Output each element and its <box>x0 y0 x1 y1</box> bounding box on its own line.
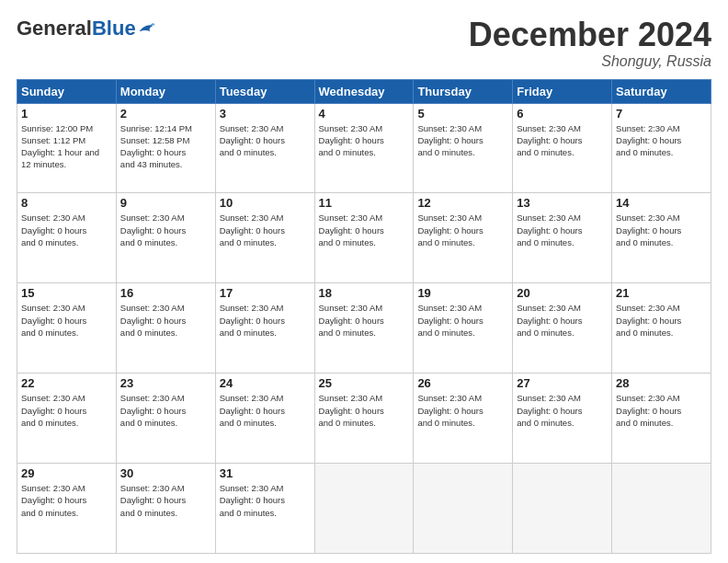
calendar-cell: 12Sunset: 2:30 AM Daylight: 0 hours and … <box>414 193 513 283</box>
day-info: Sunset: 2:30 AM Daylight: 0 hours and 0 … <box>517 302 608 339</box>
day-info: Sunset: 2:30 AM Daylight: 0 hours and 0 … <box>120 482 211 519</box>
logo-blue: Blue <box>92 17 136 40</box>
day-info: Sunset: 2:30 AM Daylight: 0 hours and 0 … <box>120 302 211 339</box>
calendar-cell: 24Sunset: 2:30 AM Daylight: 0 hours and … <box>215 373 314 464</box>
logo-text: GeneralBlue <box>17 17 156 40</box>
day-number: 17 <box>220 286 311 300</box>
day-info: Sunset: 2:30 AM Daylight: 0 hours and 0 … <box>417 302 508 339</box>
calendar-cell: 29Sunset: 2:30 AM Daylight: 0 hours and … <box>17 464 117 554</box>
calendar-cell: 1Sunrise: 12:00 PM Sunset: 1:12 PM Dayli… <box>17 103 117 193</box>
day-info: Sunset: 2:30 AM Daylight: 0 hours and 0 … <box>120 212 211 248</box>
day-info: Sunset: 2:30 AM Daylight: 0 hours and 0 … <box>517 392 608 429</box>
day-info: Sunset: 2:30 AM Daylight: 0 hours and 0 … <box>21 392 112 429</box>
day-number: 3 <box>220 107 311 121</box>
day-number: 24 <box>220 376 311 390</box>
day-info: Sunset: 2:30 AM Daylight: 0 hours and 0 … <box>517 212 608 248</box>
title-block: December 2024 Shonguy, Russia <box>469 17 711 70</box>
day-info: Sunset: 2:30 AM Daylight: 0 hours and 0 … <box>517 122 608 159</box>
calendar-cell: 8Sunset: 2:30 AM Daylight: 0 hours and 0… <box>17 193 117 283</box>
col-sunday: Sunday <box>17 79 117 103</box>
day-info: Sunset: 2:30 AM Daylight: 0 hours and 0 … <box>21 482 112 519</box>
calendar-row: 1Sunrise: 12:00 PM Sunset: 1:12 PM Dayli… <box>17 103 711 193</box>
calendar-row: 29Sunset: 2:30 AM Daylight: 0 hours and … <box>17 464 711 554</box>
day-number: 31 <box>220 466 311 480</box>
day-number: 27 <box>517 376 608 390</box>
day-number: 19 <box>417 286 508 300</box>
day-info: Sunset: 2:30 AM Daylight: 0 hours and 0 … <box>417 122 508 159</box>
day-info: Sunset: 2:30 AM Daylight: 0 hours and 0 … <box>319 392 410 429</box>
day-number: 30 <box>120 466 211 480</box>
day-number: 6 <box>517 107 608 121</box>
header: GeneralBlue December 2024 Shonguy, Russi… <box>17 17 711 70</box>
day-info: Sunset: 2:30 AM Daylight: 0 hours and 0 … <box>21 212 112 248</box>
calendar-row: 15Sunset: 2:30 AM Daylight: 0 hours and … <box>17 283 711 373</box>
day-number: 11 <box>319 196 410 210</box>
day-info: Sunset: 2:30 AM Daylight: 0 hours and 0 … <box>616 122 707 159</box>
calendar-cell: 31Sunset: 2:30 AM Daylight: 0 hours and … <box>215 464 314 554</box>
calendar-cell: 20Sunset: 2:30 AM Daylight: 0 hours and … <box>513 283 612 373</box>
calendar-row: 8Sunset: 2:30 AM Daylight: 0 hours and 0… <box>17 193 711 283</box>
calendar-cell: 22Sunset: 2:30 AM Daylight: 0 hours and … <box>17 373 117 464</box>
day-info: Sunset: 2:30 AM Daylight: 0 hours and 0 … <box>616 392 707 429</box>
day-number: 13 <box>517 196 608 210</box>
day-number: 8 <box>21 196 112 210</box>
day-info: Sunset: 2:30 AM Daylight: 0 hours and 0 … <box>616 302 707 339</box>
logo-general: General <box>17 17 92 40</box>
calendar-cell: 11Sunset: 2:30 AM Daylight: 0 hours and … <box>314 193 414 283</box>
day-info: Sunset: 2:30 AM Daylight: 0 hours and 0 … <box>616 212 707 248</box>
day-info: Sunset: 2:30 AM Daylight: 0 hours and 0 … <box>319 212 410 248</box>
day-number: 12 <box>417 196 508 210</box>
col-wednesday: Wednesday <box>314 79 414 103</box>
calendar-cell: 25Sunset: 2:30 AM Daylight: 0 hours and … <box>314 373 414 464</box>
day-number: 9 <box>120 196 211 210</box>
calendar-cell: 18Sunset: 2:30 AM Daylight: 0 hours and … <box>314 283 414 373</box>
day-number: 22 <box>21 376 112 390</box>
calendar-cell: 13Sunset: 2:30 AM Daylight: 0 hours and … <box>513 193 612 283</box>
calendar-table: Sunday Monday Tuesday Wednesday Thursday… <box>17 79 711 554</box>
calendar-cell <box>314 464 414 554</box>
day-info: Sunset: 2:30 AM Daylight: 0 hours and 0 … <box>220 212 311 248</box>
day-number: 7 <box>616 107 707 121</box>
day-number: 4 <box>319 107 410 121</box>
calendar-cell: 26Sunset: 2:30 AM Daylight: 0 hours and … <box>414 373 513 464</box>
day-number: 2 <box>120 107 211 121</box>
calendar-cell: 27Sunset: 2:30 AM Daylight: 0 hours and … <box>513 373 612 464</box>
day-number: 14 <box>616 196 707 210</box>
day-info: Sunset: 2:30 AM Daylight: 0 hours and 0 … <box>220 392 311 429</box>
day-number: 21 <box>616 286 707 300</box>
day-info: Sunset: 2:30 AM Daylight: 0 hours and 0 … <box>120 392 211 429</box>
day-info: Sunrise: 12:14 PM Sunset: 12:58 PM Dayli… <box>120 122 211 171</box>
calendar-cell: 3Sunset: 2:30 AM Daylight: 0 hours and 0… <box>215 103 314 193</box>
day-info: Sunset: 2:30 AM Daylight: 0 hours and 0 … <box>319 302 410 339</box>
calendar-cell: 5Sunset: 2:30 AM Daylight: 0 hours and 0… <box>414 103 513 193</box>
calendar-cell: 23Sunset: 2:30 AM Daylight: 0 hours and … <box>116 373 215 464</box>
day-number: 18 <box>319 286 410 300</box>
day-info: Sunset: 2:30 AM Daylight: 0 hours and 0 … <box>319 122 410 159</box>
calendar-cell <box>513 464 612 554</box>
calendar-cell: 2Sunrise: 12:14 PM Sunset: 12:58 PM Dayl… <box>116 103 215 193</box>
day-info: Sunset: 2:30 AM Daylight: 0 hours and 0 … <box>417 212 508 248</box>
calendar-cell <box>414 464 513 554</box>
day-number: 28 <box>616 376 707 390</box>
calendar-cell: 4Sunset: 2:30 AM Daylight: 0 hours and 0… <box>314 103 414 193</box>
day-number: 23 <box>120 376 211 390</box>
day-number: 15 <box>21 286 112 300</box>
day-number: 1 <box>21 107 112 121</box>
calendar-row: 22Sunset: 2:30 AM Daylight: 0 hours and … <box>17 373 711 464</box>
calendar-cell: 28Sunset: 2:30 AM Daylight: 0 hours and … <box>612 373 711 464</box>
day-number: 16 <box>120 286 211 300</box>
calendar-cell: 21Sunset: 2:30 AM Daylight: 0 hours and … <box>612 283 711 373</box>
page: GeneralBlue December 2024 Shonguy, Russi… <box>0 0 728 563</box>
calendar-cell: 30Sunset: 2:30 AM Daylight: 0 hours and … <box>116 464 215 554</box>
day-info: Sunrise: 12:00 PM Sunset: 1:12 PM Daylig… <box>21 122 112 171</box>
col-monday: Monday <box>116 79 215 103</box>
calendar-cell <box>612 464 711 554</box>
logo: GeneralBlue <box>17 17 156 40</box>
day-number: 29 <box>21 466 112 480</box>
month-title: December 2024 <box>469 17 711 53</box>
calendar-cell: 14Sunset: 2:30 AM Daylight: 0 hours and … <box>612 193 711 283</box>
day-info: Sunset: 2:30 AM Daylight: 0 hours and 0 … <box>417 392 508 429</box>
calendar-cell: 15Sunset: 2:30 AM Daylight: 0 hours and … <box>17 283 117 373</box>
calendar-cell: 17Sunset: 2:30 AM Daylight: 0 hours and … <box>215 283 314 373</box>
location: Shonguy, Russia <box>469 53 711 70</box>
